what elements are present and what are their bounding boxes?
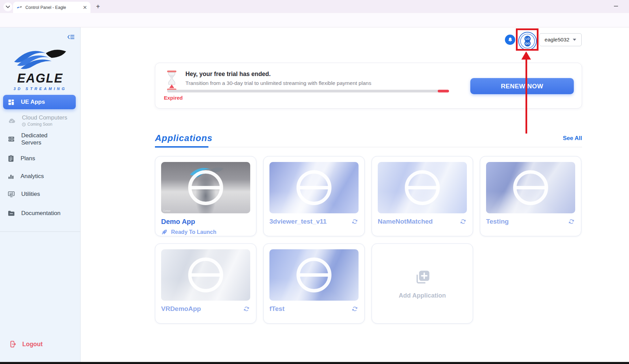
no-entry-icon [188, 170, 223, 205]
sidebar-item-label: Dedicated Servers [21, 132, 66, 147]
see-all-link[interactable]: See All [563, 135, 582, 142]
brand-tagline: 3D STREAMING [0, 87, 80, 91]
rocket-icon [161, 229, 168, 235]
thumbnail-watermark: Cursor [163, 210, 170, 212]
sidebar-item-label: Utilities [21, 190, 66, 198]
app-card-ftest[interactable]: fTest [263, 243, 365, 324]
logout-icon [9, 340, 17, 348]
tab-close-icon[interactable]: ✕ [83, 5, 87, 10]
add-application-icon [413, 268, 432, 287]
app-card-vrdemoapp[interactable]: VRDemoApp [155, 243, 256, 324]
window-minimize-icon[interactable] [614, 6, 618, 7]
sidebar-item-label: Analytics [21, 173, 65, 180]
account-name: eagle5032 [545, 37, 569, 43]
trial-banner: Hey, your free trial has ended. Transiti… [155, 63, 582, 109]
sidebar-item-label: Cloud Computers [22, 114, 67, 121]
tab-search-button[interactable] [3, 2, 12, 11]
eagle-logo-icon [11, 44, 69, 73]
refresh-icon[interactable] [351, 305, 359, 313]
app-card-demo-app[interactable]: Cursor Demo App Ready To Launch [155, 156, 256, 236]
eagle-favicon [16, 5, 22, 10]
sidebar-item-plans[interactable]: Plans [0, 155, 80, 162]
grid-icon [8, 99, 15, 106]
app-thumbnail: Cursor [161, 162, 250, 213]
clock-icon [22, 123, 26, 126]
refresh-icon[interactable] [459, 218, 467, 225]
refresh-icon[interactable] [568, 218, 575, 225]
bar-chart-icon [8, 173, 14, 180]
applications-header: Applications See All [155, 133, 582, 147]
browser-toolbar: newcontrolpanel.eagle3dstreaming.com [0, 13, 629, 27]
app-status-row: Ready To Launch [161, 229, 250, 235]
app-name: NameNotMatched [378, 218, 433, 225]
window-bottom-edge [0, 362, 629, 364]
banner-subtitle: Transition from a 30-day trial to unlimi… [185, 80, 371, 86]
app-card-3dviewer[interactable]: 3dviewer_test_v11 [263, 156, 365, 236]
tab-title: Control Panel - Eagle [25, 5, 80, 10]
chevron-down-icon [573, 39, 576, 41]
no-entry-icon [513, 170, 548, 205]
sidebar-item-dedicated-servers[interactable]: Dedicated Servers [0, 132, 80, 147]
annotation-highlight-box [516, 28, 539, 51]
no-entry-icon [297, 170, 331, 205]
app-name: 3dviewer_test_v11 [269, 218, 327, 225]
applications-grid: Cursor Demo App Ready To Launch 3d [155, 156, 581, 324]
trial-progress-remaining [438, 90, 449, 92]
sidebar-item-utilities[interactable]: Utilities [0, 190, 80, 198]
monitor-transfer-icon [8, 191, 15, 198]
server-icon [8, 135, 15, 143]
chevron-down-icon [6, 5, 10, 8]
sidebar-item-label: UE Apps [21, 98, 65, 105]
app-thumbnail [378, 162, 467, 213]
app-name: Demo App [161, 218, 195, 226]
banner-title: Hey, your free trial has ended. [185, 71, 271, 78]
sidebar-divider [0, 231, 80, 232]
brand-name: EAGLE [0, 71, 80, 86]
annotation-arrow-head [521, 51, 531, 60]
brand-logo: EAGLE 3D STREAMING [0, 44, 80, 91]
logout-button[interactable]: Logout [9, 340, 43, 348]
no-entry-icon [405, 170, 440, 205]
app-thumbnail [269, 249, 359, 301]
app-thumbnail [269, 162, 359, 213]
app-status-label: Ready To Launch [171, 229, 216, 235]
account-dropdown[interactable]: eagle5032 [539, 33, 582, 46]
browser-tabstrip: Control Panel - Eagle ✕ + [0, 0, 629, 13]
app-thumbnail [486, 162, 575, 213]
app-card-testing[interactable]: Testing [480, 156, 581, 236]
app-thumbnail [161, 249, 250, 301]
renew-now-button[interactable]: RENEW NOW [470, 78, 574, 94]
no-entry-icon [188, 258, 223, 292]
sidebar-item-ue-apps[interactable]: UE Apps [3, 95, 76, 109]
sidebar-item-label: Documentation [21, 210, 66, 217]
notifications-bell-icon[interactable] [505, 35, 515, 45]
new-tab-button[interactable]: + [96, 3, 100, 11]
add-application-label: Add Application [399, 292, 446, 299]
applications-title: Applications [155, 133, 213, 143]
trial-status-label: Expired [164, 95, 183, 101]
browser-tab[interactable]: Control Panel - Eagle ✕ [13, 2, 90, 13]
add-application-card[interactable]: Add Application [372, 243, 473, 324]
folder-icon [8, 210, 15, 216]
annotation-arrow-line [525, 59, 527, 134]
app-name: Testing [486, 218, 509, 225]
sidebar: EAGLE 3D STREAMING UE Apps Cloud Compute… [0, 27, 81, 362]
sidebar-item-cloud-computers: Cloud Computers Coming Soon [0, 114, 80, 127]
hourglass-icon [167, 71, 177, 90]
app-card-namenotmatched[interactable]: NameNotMatched [372, 156, 473, 236]
sidebar-item-documentation[interactable]: Documentation [0, 210, 80, 217]
no-entry-icon [297, 258, 331, 292]
clipboard-icon [8, 155, 14, 162]
logout-label: Logout [22, 341, 43, 348]
refresh-icon[interactable] [243, 305, 250, 313]
app-name: fTest [269, 305, 285, 313]
refresh-icon[interactable] [351, 218, 359, 225]
sidebar-item-analytics[interactable]: Analytics [0, 173, 80, 180]
sidebar-item-sublabel: Coming Soon [27, 122, 52, 127]
app-name: VRDemoApp [161, 305, 201, 313]
trial-progress-track [167, 90, 449, 92]
main-content: LO GO eagle5032 Hey, your free trial has… [81, 27, 629, 362]
sidebar-collapse-icon[interactable] [67, 34, 75, 40]
applications-title-underline [155, 146, 208, 148]
cloud-icon [8, 117, 16, 124]
